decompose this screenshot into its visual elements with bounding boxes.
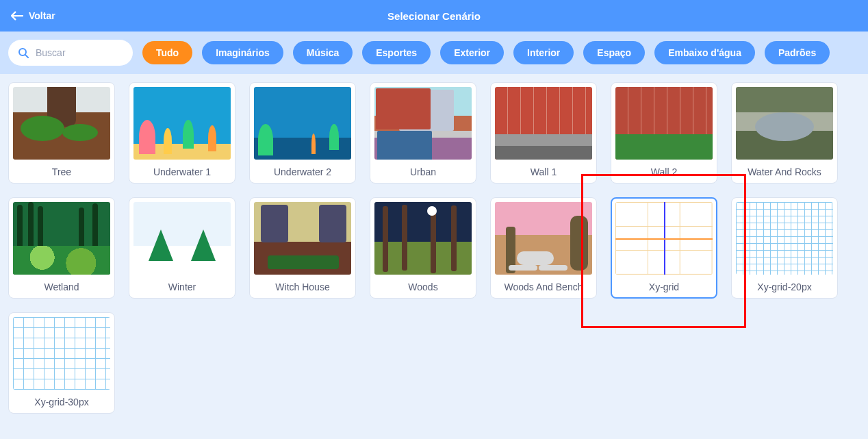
backdrop-thumbnail [254, 87, 351, 160]
backdrop-card[interactable]: Woods And Bench [490, 197, 597, 299]
svg-line-1 [25, 55, 28, 58]
backdrop-thumbnail [736, 202, 833, 275]
backdrop-thumbnail [495, 202, 592, 275]
backdrop-label: Winter [168, 281, 196, 292]
filter-pill-m-sica[interactable]: Música [293, 41, 353, 64]
backdrop-label: Wall 1 [531, 166, 557, 177]
filter-pill-exterior[interactable]: Exterior [440, 41, 504, 64]
page-title: Selecionar Cenário [387, 10, 481, 22]
backdrop-card[interactable]: Underwater 2 [249, 82, 356, 184]
backdrop-thumbnail [133, 202, 231, 275]
backdrop-thumbnail [13, 87, 110, 160]
backdrop-label: Xy-grid [649, 281, 679, 292]
backdrop-label: Wall 2 [651, 166, 677, 177]
backdrop-card[interactable]: Witch House [249, 197, 356, 299]
backdrop-card[interactable]: Wall 1 [490, 82, 597, 184]
backdrop-label: Wetland [44, 281, 79, 292]
backdrop-thumbnail [736, 87, 833, 160]
backdrop-label: Xy-grid-20px [757, 281, 811, 292]
backdrop-label: Xy-grid-30px [34, 397, 88, 407]
back-button[interactable]: Voltar [0, 10, 55, 21]
filter-pill-embaixo-d-gua[interactable]: Embaixo d'água [654, 41, 755, 64]
backdrop-grid: TreeUnderwater 1Underwater 2UrbanWall 1W… [0, 74, 868, 422]
filter-bar: TudoImagináriosMúsicaEsportesExteriorInt… [0, 32, 868, 74]
filter-pill-esportes[interactable]: Esportes [362, 41, 431, 64]
backdrop-label: Water And Rocks [748, 166, 821, 177]
backdrop-label: Tree [52, 166, 71, 177]
backdrop-card[interactable]: Urban [370, 82, 476, 184]
backdrop-thumbnail [615, 87, 713, 160]
filter-pill-padr-es[interactable]: Padrões [765, 41, 830, 64]
backdrop-label: Underwater 1 [153, 166, 211, 177]
filter-pill-interior[interactable]: Interior [513, 41, 574, 64]
filter-pill-tudo[interactable]: Tudo [142, 41, 192, 64]
backdrop-card[interactable]: Xy-grid-20px [731, 197, 838, 299]
backdrop-thumbnail [13, 317, 110, 390]
backdrop-label: Woods And Bench [505, 281, 583, 292]
backdrop-thumbnail [374, 87, 472, 160]
backdrop-thumbnail [13, 202, 110, 275]
backdrop-label: Urban [410, 166, 436, 177]
backdrop-card[interactable]: Xy-grid [611, 197, 717, 299]
search-box[interactable] [8, 40, 133, 66]
backdrop-label: Underwater 2 [274, 166, 331, 177]
back-arrow-icon [11, 11, 23, 21]
backdrop-label: Woods [408, 281, 437, 292]
back-label: Voltar [29, 10, 55, 21]
backdrop-card[interactable]: Tree [8, 82, 115, 184]
backdrop-card[interactable]: Wetland [8, 197, 115, 299]
backdrop-card[interactable]: Woods [370, 197, 476, 299]
backdrop-card[interactable]: Xy-grid-30px [8, 312, 115, 414]
backdrop-card[interactable]: Wall 2 [611, 82, 717, 184]
backdrop-label: Witch House [275, 281, 329, 292]
filter-pill-espa-o[interactable]: Espaço [583, 41, 645, 64]
backdrop-card[interactable]: Water And Rocks [731, 82, 838, 184]
filter-pill-imagin-rios[interactable]: Imaginários [202, 41, 283, 64]
search-input[interactable] [36, 47, 155, 58]
backdrop-thumbnail [374, 202, 472, 275]
backdrop-thumbnail [254, 202, 351, 275]
top-bar: Voltar Selecionar Cenário [0, 0, 868, 32]
backdrop-card[interactable]: Underwater 1 [129, 82, 235, 184]
backdrop-card[interactable]: Winter [129, 197, 235, 299]
backdrop-thumbnail [615, 202, 713, 275]
search-icon [18, 47, 29, 58]
backdrop-thumbnail [133, 87, 231, 160]
backdrop-thumbnail [495, 87, 592, 160]
